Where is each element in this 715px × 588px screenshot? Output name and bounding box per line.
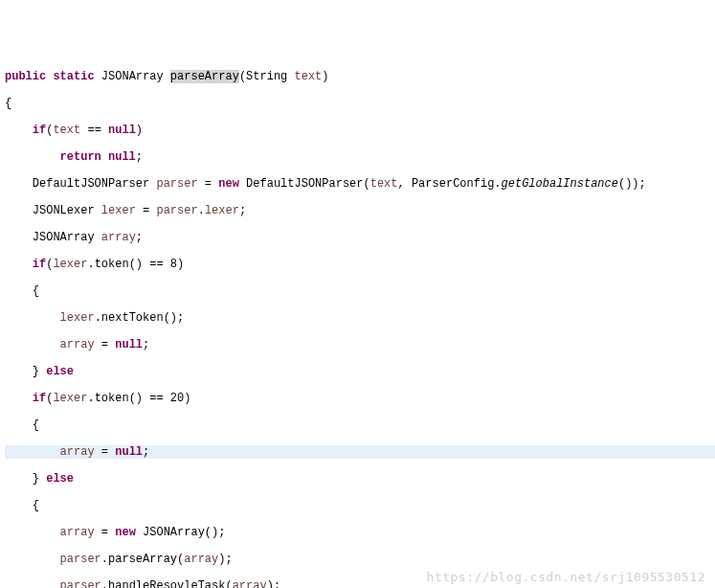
code-line: array = new JSONArray(); [5,526,715,539]
code-block: public static JSONArray parseArray(Strin… [0,54,715,588]
code-line: array = null; [5,338,715,351]
code-line: public static JSONArray parseArray(Strin… [5,70,715,83]
code-line: if(lexer.token() == 20) [5,392,715,405]
code-line: { [5,284,715,298]
code-line: parser.parseArray(array); [5,553,715,566]
code-line: { [5,97,715,110]
code-line: if(text == null) [5,124,715,137]
code-line: if(lexer.token() == 8) [5,258,715,271]
code-line: } else [5,472,715,486]
code-line: JSONLexer lexer = parser.lexer; [5,204,715,217]
code-line: JSONArray array; [5,231,715,244]
highlighted-line: array = null; [5,445,715,459]
code-line: { [5,418,715,432]
code-line: return null; [5,150,715,164]
code-line: lexer.nextToken(); [5,311,715,325]
code-line: } else [5,365,715,378]
code-line: { [5,499,715,512]
watermark-text: https://blog.csdn.net/srj1095530512 [427,571,705,584]
code-line: DefaultJSONParser parser = new DefaultJS… [5,177,715,191]
method-name-highlight: parseArray [170,70,239,83]
